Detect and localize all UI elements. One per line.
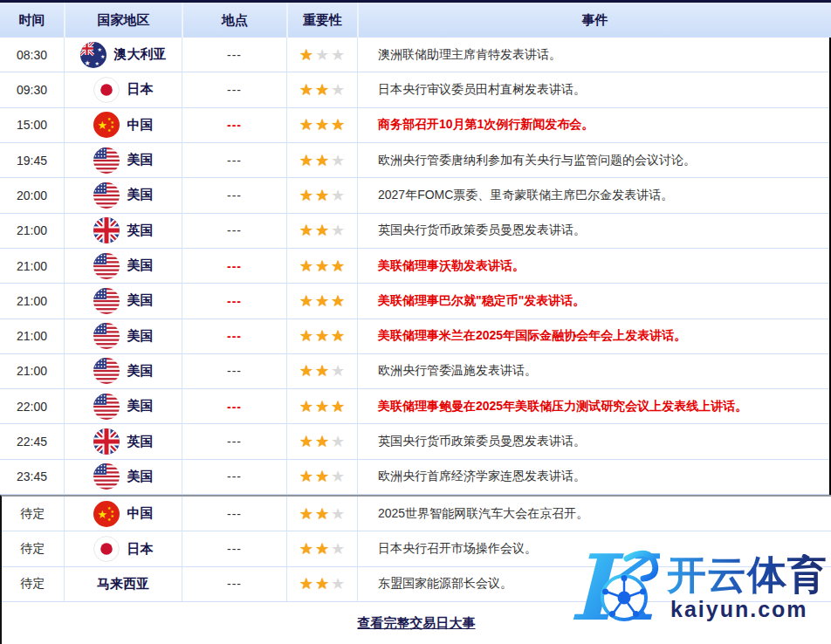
country-name: 美国 [127, 328, 154, 345]
event-description: 美联储理事沃勒发表讲话。 [357, 249, 829, 283]
star-filled-icon: ★ [315, 258, 329, 274]
header-location: 地点 [182, 3, 286, 38]
country-cell: 美国 [64, 319, 182, 353]
star-filled-icon: ★ [315, 293, 329, 309]
country-name: 美国 [127, 187, 154, 203]
event-description: 英国央行货币政策委员曼恩发表讲话。 [357, 214, 829, 248]
pending-events-section: 待定 ★ ★ ★ ★ ★中国---★★★2025世界智能网联汽车大会在京召开。待… [0, 495, 831, 602]
importance-stars: ★★★ [286, 249, 357, 283]
svg-text:★: ★ [84, 58, 90, 66]
svg-text:★: ★ [97, 47, 101, 52]
importance-stars: ★★★ [286, 424, 357, 458]
event-description: 欧洲央行首席经济学家连恩发表讲话。 [357, 460, 829, 494]
star-filled-icon: ★ [299, 506, 313, 522]
country-name: 中国 [127, 117, 154, 134]
importance-stars: ★★★ [286, 319, 357, 353]
star-empty-icon: ★ [331, 188, 345, 203]
importance-stars: ★★★ [286, 72, 357, 106]
table-row: 21:00美国---★★★美联储理事沃勒发表讲话。 [0, 249, 829, 284]
event-time: 15:00 [0, 108, 64, 142]
star-filled-icon: ★ [331, 293, 345, 309]
event-time: 23:45 [0, 460, 64, 494]
table-row: 23:45美国---★★★欧洲央行首席经济学家连恩发表讲话。 [0, 460, 829, 495]
table-row: 待定 日本---★★★日本央行召开市场操作会议。 [2, 531, 831, 566]
event-description: 2027年FOMC票委、里奇蒙联储主席巴尔金发表讲话。 [357, 178, 829, 212]
event-location: --- [182, 567, 286, 601]
star-filled-icon: ★ [331, 399, 345, 414]
event-description: 2025世界智能网联汽车大会在京召开。 [357, 497, 831, 531]
country-name: 美国 [127, 398, 154, 414]
table-row: 22:45 英国---★★★英国央行货币政策委员曼恩发表讲话。 [0, 424, 829, 459]
event-description: 美联储理事鲍曼在2025年美联储压力测试研究会议上发表线上讲话。 [357, 389, 829, 423]
country-cell: 日本 [64, 72, 182, 106]
country-cell: 美国 [64, 249, 182, 283]
flag-cn-icon: ★ ★ ★ ★ ★ [93, 112, 120, 138]
country-name: 日本 [127, 81, 154, 98]
event-time: 09:30 [0, 72, 64, 106]
flag-us-icon [93, 182, 120, 209]
event-description: 商务部召开10月第1次例行新闻发布会。 [357, 108, 829, 142]
country-cell: ★ ★ ★ ★ ★中国 [64, 108, 182, 142]
star-filled-icon: ★ [299, 47, 313, 63]
flag-us-icon [93, 147, 120, 174]
event-time: 21:00 [0, 214, 64, 248]
event-location: --- [182, 38, 286, 72]
country-name: 英国 [127, 434, 154, 450]
star-empty-icon: ★ [331, 541, 345, 557]
importance-stars: ★★★ [286, 178, 357, 212]
flag-gb-icon [93, 428, 120, 455]
star-filled-icon: ★ [299, 188, 313, 203]
importance-stars: ★★★ [286, 284, 357, 318]
table-row: 待定马来西亚---★★★东盟国家能源部长会议。 [2, 567, 831, 602]
event-location: --- [182, 249, 286, 283]
flag-cn-icon: ★ ★ ★ ★ ★ [93, 501, 120, 527]
economic-calendar-table: 时间 国家地区 地点 重要性 事件 08:30 ★ ★ ★ ★澳大利亚---★★… [0, 0, 831, 644]
country-name: 美国 [127, 469, 154, 485]
importance-stars: ★★★ [286, 108, 357, 142]
star-empty-icon: ★ [331, 434, 345, 449]
star-filled-icon: ★ [315, 188, 329, 203]
importance-stars: ★★★ [286, 567, 357, 601]
star-filled-icon: ★ [315, 328, 329, 344]
star-filled-icon: ★ [299, 223, 313, 238]
event-description: 美联储理事巴尔就"稳定币"发表讲话。 [357, 284, 829, 318]
view-full-calendar-link[interactable]: 查看完整交易日大事 [358, 615, 476, 632]
svg-text:★: ★ [107, 127, 112, 133]
svg-text:★: ★ [97, 507, 107, 520]
star-filled-icon: ★ [315, 363, 329, 379]
table-row: 20:00美国---★★★2027年FOMC票委、里奇蒙联储主席巴尔金发表讲话。 [0, 178, 829, 213]
star-filled-icon: ★ [331, 328, 345, 344]
importance-stars: ★★★ [286, 38, 357, 72]
event-time: 待定 [2, 567, 64, 601]
event-location: --- [182, 389, 286, 423]
table-row: 15:00 ★ ★ ★ ★ ★中国---★★★商务部召开10月第1次例行新闻发布… [0, 108, 829, 143]
header-event: 事件 [357, 3, 831, 38]
table-body: 08:30 ★ ★ ★ ★澳大利亚---★★★澳洲联储助理主席肯特发表讲话。09… [0, 38, 831, 602]
star-empty-icon: ★ [331, 47, 345, 63]
star-empty-icon: ★ [331, 82, 345, 98]
star-empty-icon: ★ [331, 506, 345, 522]
flag-au-icon: ★ ★ ★ ★ [80, 42, 106, 68]
importance-stars: ★★★ [286, 389, 357, 423]
country-name: 美国 [127, 363, 154, 380]
table-row: 待定 ★ ★ ★ ★ ★中国---★★★2025世界智能网联汽车大会在京召开。 [2, 497, 831, 531]
star-filled-icon: ★ [299, 399, 313, 414]
country-cell: 美国 [64, 143, 182, 177]
country-name: 中国 [127, 505, 154, 522]
star-filled-icon: ★ [299, 328, 313, 344]
event-location: --- [182, 497, 286, 531]
star-filled-icon: ★ [315, 399, 329, 414]
star-filled-icon: ★ [315, 223, 329, 238]
event-description: 澳洲联储助理主席肯特发表讲话。 [357, 38, 829, 72]
event-location: --- [182, 284, 286, 318]
event-location: --- [182, 460, 286, 494]
svg-text:★: ★ [107, 516, 112, 521]
event-description: 欧洲央行管委唐纳利参加有关央行与监管问题的会议讨论。 [357, 143, 829, 177]
star-filled-icon: ★ [315, 434, 329, 449]
flag-us-icon [93, 253, 120, 279]
star-filled-icon: ★ [299, 469, 313, 484]
star-empty-icon: ★ [331, 363, 345, 379]
event-description: 东盟国家能源部长会议。 [357, 567, 831, 601]
star-empty-icon: ★ [331, 153, 345, 168]
star-filled-icon: ★ [331, 117, 345, 133]
